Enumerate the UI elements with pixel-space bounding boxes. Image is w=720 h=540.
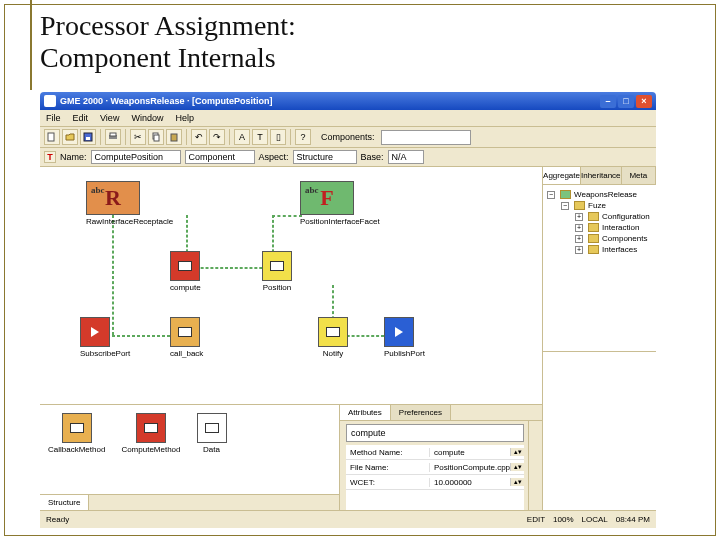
minimize-button[interactable]: –: [600, 95, 616, 108]
aspect-field[interactable]: Structure: [293, 150, 357, 164]
toolbar-components-label: Components:: [321, 132, 375, 142]
tree-item-configuration[interactable]: +Configuration: [575, 211, 652, 222]
status-text: Ready: [46, 515, 69, 524]
toolbar-help-icon[interactable]: ?: [295, 129, 311, 145]
base2-field[interactable]: N/A: [388, 150, 424, 164]
node-position[interactable]: Position: [262, 251, 292, 292]
toolbar-cut-icon[interactable]: ✂: [130, 129, 146, 145]
node-receptacle[interactable]: abcR RawInterfaceReceptacle: [86, 181, 173, 226]
sidebar-tab-inheritance[interactable]: Inheritance: [581, 167, 622, 184]
toolbar-paste-icon[interactable]: [166, 129, 182, 145]
props-object-name[interactable]: compute: [346, 424, 524, 442]
node-facet-label: PositionInterfaceFacet: [300, 217, 380, 226]
node-callback-label: call_back: [170, 349, 203, 358]
base-field[interactable]: Component: [185, 150, 255, 164]
toolbar-undo-icon[interactable]: ↶: [191, 129, 207, 145]
close-button[interactable]: ×: [636, 95, 652, 108]
toolbar-save-icon[interactable]: [80, 129, 96, 145]
menu-edit[interactable]: Edit: [73, 113, 89, 123]
sidebar-tab-aggregate[interactable]: Aggregate: [543, 167, 581, 184]
app-window: GME 2000 · WeaponsRelease · [ComputePosi…: [40, 92, 656, 510]
menu-bar: File Edit View Window Help: [40, 110, 656, 127]
node-position-label: Position: [262, 283, 292, 292]
tree-root[interactable]: −WeaponsRelease: [547, 189, 652, 200]
toolbar-open-icon[interactable]: [62, 129, 78, 145]
status-zoom: 100%: [553, 515, 573, 524]
maximize-button[interactable]: □: [618, 95, 634, 108]
diagram-canvas[interactable]: abcR RawInterfaceReceptacle abcF Positio…: [40, 167, 542, 404]
base2-label: Base:: [361, 152, 384, 162]
status-time: 08:44 PM: [616, 515, 650, 524]
node-notify[interactable]: Notify: [318, 317, 348, 358]
prop-row[interactable]: File Name:PositionCompute.cpp▴▾: [346, 460, 524, 475]
toolbar-tool-c-icon[interactable]: ▯: [270, 129, 286, 145]
palette-panel: CallbackMethod ComputeMethod Data Struct…: [40, 405, 340, 510]
option-bar: T Name: ComputePosition Component Aspect…: [40, 148, 656, 167]
aspect-label: Aspect:: [259, 152, 289, 162]
node-subscribe[interactable]: SubscribePort: [80, 317, 130, 358]
menu-window[interactable]: Window: [131, 113, 163, 123]
toolbar-tool-a-icon[interactable]: A: [234, 129, 250, 145]
toolbar-new-icon[interactable]: [44, 129, 60, 145]
node-subscribe-label: SubscribePort: [80, 349, 130, 358]
tree-item-interaction[interactable]: +Interaction: [575, 222, 652, 233]
toolbar: ✂ ↶ ↷ A T ▯ ? Components:: [40, 127, 656, 148]
window-titlebar: GME 2000 · WeaponsRelease · [ComputePosi…: [40, 92, 656, 110]
name-label: Name:: [60, 152, 87, 162]
props-tab-preferences[interactable]: Preferences: [391, 405, 451, 420]
menu-help[interactable]: Help: [175, 113, 194, 123]
toolbar-redo-icon[interactable]: ↷: [209, 129, 225, 145]
menu-file[interactable]: File: [46, 113, 61, 123]
svg-rect-6: [154, 135, 159, 141]
props-grid: Method Name:compute▴▾ File Name:Position…: [346, 445, 524, 510]
status-bar: Ready EDIT 100% LOCAL 08:44 PM: [40, 510, 656, 528]
status-scope: LOCAL: [582, 515, 608, 524]
node-receptacle-label: RawInterfaceReceptacle: [86, 217, 173, 226]
node-callback[interactable]: call_back: [170, 317, 203, 358]
props-tab-attributes[interactable]: Attributes: [340, 405, 391, 420]
svg-rect-0: [48, 133, 54, 141]
toolbar-components-combo[interactable]: [381, 130, 471, 145]
model-tree[interactable]: −WeaponsRelease −Fuze +Configuration +In…: [543, 185, 656, 352]
window-title: GME 2000 · WeaponsRelease · [ComputePosi…: [60, 96, 598, 106]
status-mode: EDIT: [527, 515, 545, 524]
tree-item-fuze[interactable]: −Fuze: [561, 200, 652, 211]
node-compute[interactable]: compute: [170, 251, 201, 292]
filter-icon[interactable]: T: [44, 151, 56, 163]
palette-item-data[interactable]: Data: [197, 413, 227, 454]
svg-rect-7: [171, 134, 177, 141]
slide-title: Processor Assignment: Component Internal…: [40, 10, 296, 74]
props-scrollbar[interactable]: [528, 421, 542, 510]
prop-row[interactable]: Method Name:compute▴▾: [346, 445, 524, 460]
palette-item-callbackmethod[interactable]: CallbackMethod: [48, 413, 105, 454]
toolbar-tool-b-icon[interactable]: T: [252, 129, 268, 145]
tree-item-components[interactable]: +Components: [575, 233, 652, 244]
app-icon: [44, 95, 56, 107]
sidebar-tab-meta[interactable]: Meta: [622, 167, 656, 184]
prop-row[interactable]: WCET:10.000000▴▾: [346, 475, 524, 490]
node-publish[interactable]: PublishPort: [384, 317, 425, 358]
sidebar: Aggregate Inheritance Meta −WeaponsRelea…: [543, 167, 656, 510]
svg-rect-2: [86, 137, 90, 140]
name-field[interactable]: ComputePosition: [91, 150, 181, 164]
node-publish-label: PublishPort: [384, 349, 425, 358]
toolbar-copy-icon[interactable]: [148, 129, 164, 145]
tree-item-interfaces[interactable]: +Interfaces: [575, 244, 652, 255]
menu-view[interactable]: View: [100, 113, 119, 123]
svg-rect-4: [110, 133, 116, 136]
toolbar-print-icon[interactable]: [105, 129, 121, 145]
palette-tab-structure[interactable]: Structure: [40, 495, 89, 510]
palette-item-computemethod[interactable]: ComputeMethod: [121, 413, 180, 454]
properties-panel: Attributes Preferences compute Method Na…: [340, 405, 542, 510]
node-notify-label: Notify: [318, 349, 348, 358]
node-facet[interactable]: abcF PositionInterfaceFacet: [300, 181, 380, 226]
node-compute-label: compute: [170, 283, 201, 292]
